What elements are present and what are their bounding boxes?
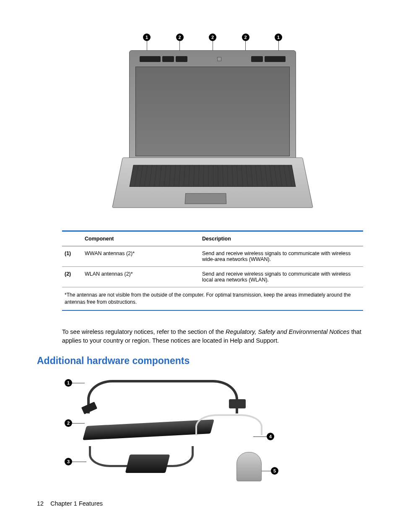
page-number: 12: [37, 500, 44, 507]
table-header-component: Component: [82, 232, 200, 246]
chapter-label: Chapter 1 Features: [50, 500, 103, 507]
regulatory-notice-paragraph: To see wireless regulatory notices, refe…: [62, 328, 363, 345]
callout-icon: 2: [242, 34, 249, 50]
callout-icon: 1: [65, 379, 72, 387]
table-header-description: Description: [200, 232, 363, 246]
callout-icon: 4: [267, 433, 274, 440]
callout-icon: 2: [65, 419, 72, 427]
table-row: (2) WLAN antennas (2)* Send and receive …: [62, 267, 363, 287]
callout-icon: 5: [271, 467, 278, 475]
section-heading: Additional hardware components: [37, 355, 363, 367]
page-footer: 12 Chapter 1 Features: [37, 500, 103, 507]
antenna-diagram: 1 2 2 2 1: [122, 34, 303, 218]
callout-icon: 3: [65, 458, 72, 465]
callout-icon: 1: [143, 34, 151, 50]
component-table: Component Description (1) WWAN antennas …: [62, 230, 363, 311]
table-footnote: *The antennas are not visible from the o…: [62, 287, 363, 310]
callout-icon: 2: [176, 34, 184, 50]
callout-icon: 2: [209, 34, 216, 50]
hardware-components-diagram: 1 2 3 4 5: [62, 374, 272, 491]
callout-icon: 1: [275, 34, 282, 50]
table-row: (1) WWAN antennas (2)* Send and receive …: [62, 246, 363, 267]
